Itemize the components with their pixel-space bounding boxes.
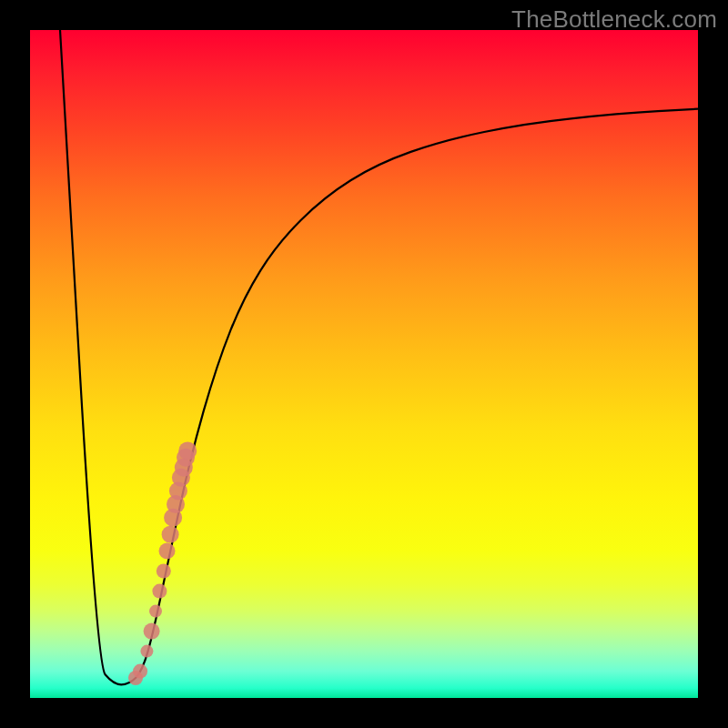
highlight-point [162,526,179,543]
highlight-point [157,564,171,579]
curve-layer [30,30,698,698]
plot-area [30,30,698,698]
highlight-point [144,623,160,640]
highlight-point [178,441,197,460]
highlight-point [159,543,176,560]
highlight-point [140,645,153,658]
highlight-point [149,605,162,618]
highlight-point [152,584,167,599]
highlight-point [133,664,147,679]
chart-frame: TheBottleneck.com [0,0,728,728]
highlight-points [128,441,197,685]
watermark-text: TheBottleneck.com [511,5,717,34]
